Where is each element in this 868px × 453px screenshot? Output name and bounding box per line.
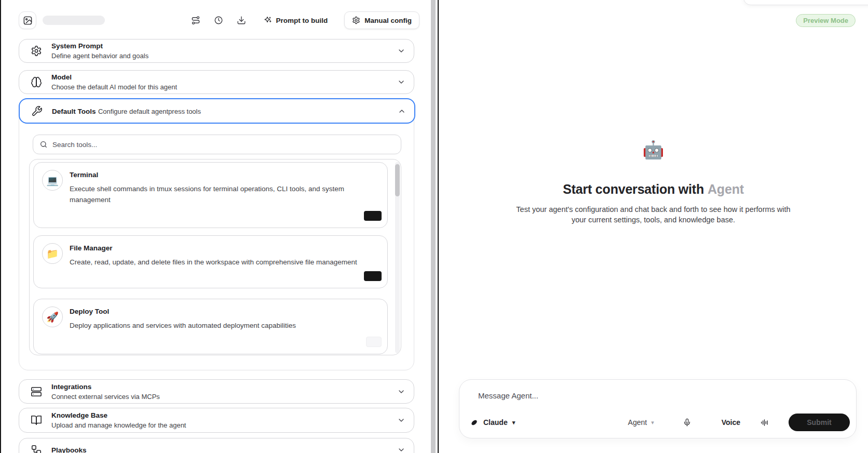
model-select-dropdown[interactable]: Claude ▾ xyxy=(470,418,515,427)
accordion-title: Knowledge Base xyxy=(51,411,186,419)
history-button[interactable] xyxy=(213,15,224,26)
chevron-down-icon: ▾ xyxy=(651,419,654,426)
floating-toolbar-edge xyxy=(743,0,868,5)
prompt-to-build-tab[interactable]: Prompt to build xyxy=(259,12,333,29)
agent-builder-window: Prompt to build Manual config System Pro… xyxy=(0,0,868,453)
terminal-tool-icon: 💻 xyxy=(42,170,63,191)
accordion-title: Default Tools xyxy=(52,108,96,115)
manual-config-tab[interactable]: Manual config xyxy=(344,11,419,29)
tools-scrollbar-thumb[interactable] xyxy=(395,164,400,196)
tool-description: Create, read, update, and delete files i… xyxy=(70,257,357,268)
chevron-down-icon: ▾ xyxy=(512,419,516,426)
tool-toggle[interactable] xyxy=(364,211,382,221)
chevron-up-icon xyxy=(398,107,406,115)
book-open-icon xyxy=(31,415,42,426)
preview-mode-badge: Preview Mode xyxy=(796,14,856,27)
chevron-down-icon xyxy=(397,47,405,55)
route-icon xyxy=(191,16,200,25)
tool-card-terminal: 💻 Terminal Execute shell commands in tmu… xyxy=(33,162,388,228)
tool-name: Terminal xyxy=(70,171,370,179)
chevron-down-icon xyxy=(397,416,405,424)
accordion-title: Integrations xyxy=(51,383,160,391)
left-panel-scrollbar[interactable] xyxy=(431,0,436,453)
accordion-integrations[interactable]: Integrations Connect external services v… xyxy=(19,379,414,404)
accordion-system-prompt[interactable]: System Prompt Define agent behavior and … xyxy=(19,39,414,63)
chevron-down-icon xyxy=(397,78,405,86)
accordion-subtitle: Connect external services via MCPs xyxy=(51,393,160,401)
accordion-title: System Prompt xyxy=(51,42,148,50)
composer-toolbar: Claude ▾ Agent ▾ Voice xyxy=(470,414,850,431)
tool-card-file-manager: 📁 File Manager Create, read, update, and… xyxy=(33,235,388,288)
deploy-tool-icon: 🚀 xyxy=(42,307,63,327)
accordion-knowledge-base[interactable]: Knowledge Base Upload and manage knowled… xyxy=(19,408,414,433)
versions-button[interactable] xyxy=(190,15,201,26)
voice-button[interactable]: Voice xyxy=(722,418,740,427)
start-conversation-title: Start conversation withAgent xyxy=(563,182,744,197)
accordion-playbooks[interactable]: Playbooks xyxy=(19,438,414,453)
microphone-icon xyxy=(683,418,691,427)
prompt-to-build-label: Prompt to build xyxy=(276,17,328,24)
sparkles-icon xyxy=(264,16,272,24)
chat-empty-state: 🤖 Start conversation withAgent Test your… xyxy=(439,139,868,225)
chevron-down-icon xyxy=(397,388,405,396)
audio-lines-icon xyxy=(760,418,769,427)
accordion-subtitle: Define agent behavior and goals xyxy=(51,52,148,60)
workflow-icon xyxy=(31,444,42,453)
message-composer: Message Agent... Claude ▾ Agent ▾ xyxy=(459,379,857,438)
accordion-subtitle: Upload and manage knowledge for the agen… xyxy=(51,421,186,429)
config-header: Prompt to build Manual config xyxy=(19,10,419,30)
tool-description: Deploy applications and services with au… xyxy=(70,320,296,331)
tool-description: Execute shell commands in tmux sessions … xyxy=(70,183,370,205)
start-conversation-description: Test your agent's configuration and chat… xyxy=(508,205,799,225)
model-select-label: Claude xyxy=(483,418,508,427)
agent-select-label: Agent xyxy=(628,418,647,427)
gear-icon xyxy=(31,45,42,57)
export-button[interactable] xyxy=(236,15,247,26)
brain-icon xyxy=(31,76,42,88)
tool-toggle[interactable] xyxy=(364,271,382,281)
accordion-default-tools[interactable]: Default Tools Configure default agentpre… xyxy=(19,98,415,124)
search-icon xyxy=(39,140,48,149)
tools-scrollbar[interactable] xyxy=(395,162,400,353)
accordion-title: Model xyxy=(51,73,177,81)
clock-icon xyxy=(214,16,223,25)
agent-avatar-button[interactable] xyxy=(19,11,36,29)
manual-config-label: Manual config xyxy=(364,17,412,24)
tool-search xyxy=(33,135,401,154)
message-input[interactable]: Message Agent... xyxy=(478,391,538,400)
chevron-down-icon xyxy=(397,446,405,453)
accordion-subtitle: Choose the default AI model for this age… xyxy=(51,83,177,91)
agent-preview-panel: Preview Mode 🤖 Start conversation withAg… xyxy=(439,0,868,453)
accordion-subtitle: Configure default agentpress tools xyxy=(98,108,201,115)
gear-icon xyxy=(352,16,360,24)
accordion-default-tools-panel: Default Tools Configure default agentpre… xyxy=(19,98,414,370)
tool-search-input[interactable] xyxy=(52,141,395,149)
microphone-button[interactable] xyxy=(683,418,691,427)
tools-list: 💻 Terminal Execute shell commands in tmu… xyxy=(29,159,401,355)
submit-button[interactable]: Submit xyxy=(789,414,850,431)
robot-emoji: 🤖 xyxy=(642,139,664,160)
claude-logo-icon xyxy=(470,418,479,427)
tool-card-deploy: 🚀 Deploy Tool Deploy applications and se… xyxy=(33,299,388,354)
agent-name-skeleton xyxy=(43,16,105,25)
download-icon xyxy=(237,16,246,25)
accordion-model[interactable]: Model Choose the default AI model for th… xyxy=(19,70,414,94)
agent-name-text: Agent xyxy=(708,182,744,196)
tool-name: Deploy Tool xyxy=(70,308,296,315)
accordion-title: Playbooks xyxy=(51,446,87,453)
window-left-edge xyxy=(0,0,1,453)
audio-waveform-button[interactable] xyxy=(760,418,769,427)
tool-name: File Manager xyxy=(70,244,357,252)
server-icon xyxy=(31,386,42,397)
agent-select-dropdown[interactable]: Agent ▾ xyxy=(628,418,654,427)
wrench-icon xyxy=(31,105,43,117)
file-manager-tool-icon: 📁 xyxy=(42,243,63,264)
tool-toggle[interactable] xyxy=(366,337,382,347)
image-icon xyxy=(23,16,33,25)
